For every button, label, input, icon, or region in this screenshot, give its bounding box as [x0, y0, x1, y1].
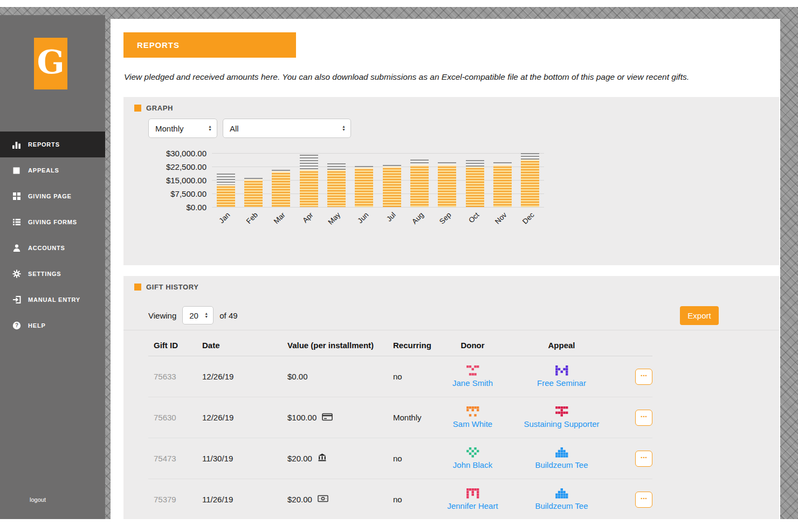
- sidebar-item-giving-forms[interactable]: GIVING FORMS: [0, 209, 105, 235]
- received-segment: [300, 171, 318, 207]
- received-segment: [521, 161, 539, 207]
- gift-id: 75473: [148, 454, 202, 463]
- col-header-date: Date: [202, 341, 287, 350]
- sidebar-item-settings[interactable]: SETTINGS: [0, 261, 105, 287]
- row-actions-button[interactable]: ...: [635, 410, 652, 426]
- gift-value: $20.00: [287, 453, 393, 464]
- donor-link[interactable]: Jennifer Heart: [447, 501, 498, 510]
- sidebar-item-label: GIVING PAGE: [28, 193, 72, 199]
- bar: [410, 160, 429, 207]
- donor-link[interactable]: Jane Smith: [452, 378, 493, 388]
- graph-panel: GRAPH Monthly ▲▼ All ▲▼ $30,000.00$22,50…: [123, 97, 779, 265]
- sidebar-item-help[interactable]: ? HELP: [0, 313, 105, 338]
- appeal-link[interactable]: Free Seminar: [537, 378, 586, 388]
- bar: [466, 160, 484, 207]
- sidebar-item-label: ACCOUNTS: [28, 245, 65, 251]
- donor-cell: Jennifer Heart: [444, 488, 501, 510]
- appeal-cell: Buildzeum Tee: [501, 488, 622, 510]
- page-description: View pledged and received amounts here. …: [124, 72, 744, 82]
- app-window: G REPORTS APPEALS GIVING PA: [0, 0, 798, 532]
- donor-cell: Jane Smith: [444, 365, 501, 388]
- viewing-count-select[interactable]: 20 ▲▼: [182, 306, 214, 324]
- received-segment: [217, 186, 235, 207]
- credit-card-icon: [322, 413, 333, 423]
- appeal-cell: Buildzeum Tee: [501, 447, 622, 469]
- x-axis-label: Apr: [301, 211, 314, 224]
- bar: [300, 155, 318, 207]
- gift-history-header: GIFT HISTORY: [134, 283, 198, 291]
- received-segment: [272, 173, 290, 207]
- export-button[interactable]: Export: [680, 306, 719, 325]
- y-axis-label: $30,000.00: [166, 149, 207, 158]
- gift-date: 12/26/19: [202, 372, 287, 381]
- x-axis-label: Jun: [356, 211, 370, 225]
- bar: [217, 174, 235, 207]
- appeal-link[interactable]: Buildzeum Tee: [535, 460, 588, 469]
- sidebar-item-giving-page[interactable]: GIVING PAGE: [0, 183, 105, 209]
- pledged-segment: [383, 165, 401, 167]
- donor-link[interactable]: John Black: [453, 460, 492, 469]
- period-select[interactable]: Monthly ▲▼: [148, 119, 217, 138]
- sidebar-item-label: SETTINGS: [28, 271, 61, 277]
- bar-aug: Aug: [405, 153, 433, 207]
- received-segment: [244, 181, 263, 207]
- sidebar-item-reports[interactable]: REPORTS: [0, 132, 105, 157]
- pledged-segment: [244, 178, 263, 179]
- table-row: 75630 12/26/19 $100.00 Monthly Sam White…: [148, 397, 652, 438]
- gift-date: 11/30/19: [202, 454, 287, 463]
- pledged-segment: [355, 166, 373, 168]
- bar: [438, 162, 456, 207]
- appeal-filter-select[interactable]: All ▲▼: [223, 119, 351, 138]
- g-logo-icon: G: [34, 38, 67, 89]
- appeal-link[interactable]: Sustaining Supporter: [524, 419, 599, 429]
- bar-apr: Apr: [295, 153, 322, 207]
- col-header-donor: Donor: [444, 341, 501, 350]
- donor-identicon: [466, 365, 479, 376]
- sidebar-item-appeals[interactable]: APPEALS: [0, 157, 105, 183]
- donor-cell: Sam White: [444, 406, 501, 429]
- pledged-segment: [466, 160, 484, 167]
- received-segment: [438, 167, 456, 207]
- bar-nov: Nov: [489, 153, 516, 207]
- gift-date: 11/26/19: [202, 495, 287, 504]
- square-icon: [12, 166, 21, 175]
- gridline: [212, 207, 544, 208]
- app-logo: G: [34, 38, 67, 89]
- bar: [383, 165, 401, 207]
- appeal-cell: Sustaining Supporter: [501, 406, 622, 429]
- row-actions-button[interactable]: ...: [635, 492, 652, 508]
- appeal-identicon: [555, 488, 568, 499]
- donor-link[interactable]: Sam White: [453, 419, 492, 429]
- pledged-segment: [272, 170, 290, 171]
- bar-oct: Oct: [461, 153, 489, 207]
- table-header-row: Gift ID Date Value (per installment) Rec…: [148, 334, 652, 356]
- logout-link[interactable]: logout: [30, 496, 46, 503]
- page-title-banner: REPORTS: [123, 32, 296, 58]
- bar-feb: Feb: [239, 153, 267, 207]
- sidebar-item-label: GIVING FORMS: [28, 219, 77, 225]
- gift-recurring: Monthly: [393, 413, 444, 422]
- sidebar: G REPORTS APPEALS GIVING PA: [0, 15, 105, 519]
- row-actions-button[interactable]: ...: [635, 451, 652, 467]
- y-axis-label: $15,000.00: [166, 176, 207, 185]
- divider: [123, 330, 779, 330]
- appeal-link[interactable]: Buildzeum Tee: [535, 501, 588, 510]
- donor-identicon: [466, 447, 479, 458]
- sidebar-item-label: MANUAL ENTRY: [28, 296, 80, 303]
- bar: [272, 170, 290, 207]
- x-axis-label: May: [327, 211, 342, 226]
- gift-recurring: no: [393, 495, 444, 504]
- row-actions-button[interactable]: ...: [635, 369, 652, 385]
- donor-identicon: [466, 488, 479, 499]
- x-axis-label: Sep: [438, 211, 453, 226]
- pledged-segment: [438, 162, 456, 165]
- select-arrows-icon: ▲▼: [204, 312, 208, 319]
- appeal-identicon: [555, 447, 568, 458]
- gift-history-panel: GIFT HISTORY Viewing 20 ▲▼ of 49 Export …: [123, 276, 779, 519]
- sidebar-item-manual-entry[interactable]: MANUAL ENTRY: [0, 287, 105, 313]
- appeal-cell: Free Seminar: [501, 365, 622, 388]
- bar: [355, 166, 373, 207]
- y-axis-label: $7,500.00: [170, 189, 207, 198]
- sidebar-item-accounts[interactable]: ACCOUNTS: [0, 235, 105, 261]
- y-axis-label: $0.00: [186, 203, 207, 212]
